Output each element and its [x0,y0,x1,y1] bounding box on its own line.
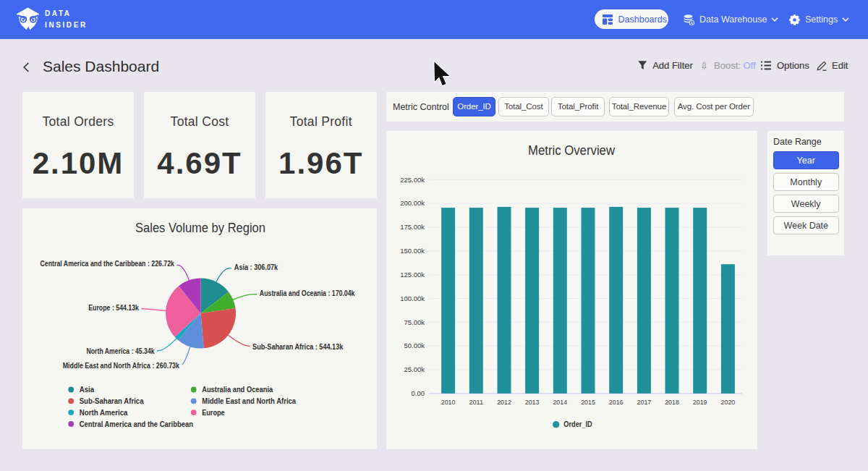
svg-text:2011: 2011 [469,398,483,406]
svg-text:2015: 2015 [581,398,595,406]
svg-text:2010: 2010 [441,398,456,406]
svg-text:Central America and the Caribb: Central America and the Caribbean : 226.… [41,260,175,268]
svg-text:Sub-Saharan Africa : 544.13k: Sub-Saharan Africa : 544.13k [252,343,344,351]
svg-text:75.00k: 75.00k [404,318,425,326]
svg-text:175.00k: 175.00k [400,223,425,231]
svg-text:Sales Volume by Region: Sales Volume by Region [135,221,265,235]
svg-text:2016: 2016 [609,398,624,406]
svg-text:25.00k: 25.00k [404,365,425,373]
svg-text:0.00: 0.00 [412,389,425,397]
svg-text:Australia and Oceania: Australia and Oceania [202,386,273,394]
svg-text:2012: 2012 [497,398,511,406]
svg-text:2020: 2020 [721,398,736,406]
svg-text:200.00k: 200.00k [400,199,425,207]
svg-text:2019: 2019 [693,398,707,406]
svg-text:50.00k: 50.00k [404,341,425,349]
svg-text:Order_ID: Order_ID [563,420,592,428]
svg-text:125.00k: 125.00k [400,271,425,279]
svg-text:2013: 2013 [525,398,540,406]
svg-text:150.00k: 150.00k [400,247,425,255]
svg-text:Middle East and North Africa :: Middle East and North Africa : 260.73k [63,362,180,370]
svg-text:100.00k: 100.00k [400,294,425,302]
svg-text:North America: North America [80,409,128,417]
svg-text:2018: 2018 [665,398,679,406]
svg-text:225.00k: 225.00k [400,176,425,184]
svg-text:Europe : 544.13k: Europe : 544.13k [88,304,139,312]
svg-text:Asia : 306.07k: Asia : 306.07k [234,263,278,271]
svg-text:Middle East and North Africa: Middle East and North Africa [202,397,296,405]
svg-text:Asia: Asia [80,386,95,394]
svg-text:Metric Overview: Metric Overview [528,143,616,158]
svg-text:Central America and the Caribb: Central America and the Caribbean [80,420,193,428]
svg-text:Europe: Europe [202,409,225,417]
svg-text:2014: 2014 [553,398,567,406]
svg-text:Australia and Oceania : 170.04: Australia and Oceania : 170.04k [260,289,355,297]
svg-text:2017: 2017 [637,398,652,406]
svg-text:Sub-Saharan Africa: Sub-Saharan Africa [80,397,144,405]
svg-text:North America : 45.34k: North America : 45.34k [87,347,155,355]
